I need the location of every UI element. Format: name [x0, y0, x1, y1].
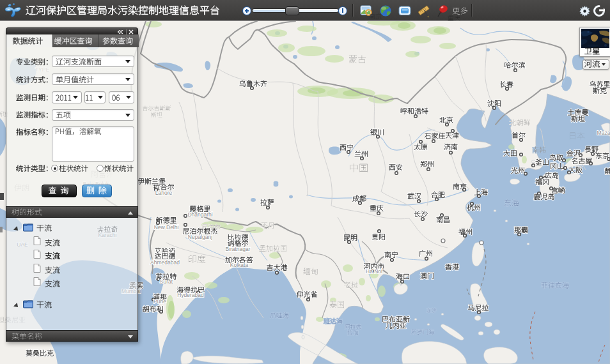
- svg-text:Lahore: Lahore: [155, 190, 173, 196]
- svg-text:New Delhi: New Delhi: [154, 224, 179, 231]
- svg-text:Ahmedabad: Ahmedabad: [150, 259, 180, 266]
- svg-text:Dhangarhi: Dhangarhi: [187, 211, 212, 218]
- svg-text:Kolkata: Kolkata: [230, 262, 249, 268]
- svg-text:Ha Noi: Ha Noi: [366, 268, 382, 275]
- svg-text:Maza: Maza: [597, 130, 610, 136]
- svg-text:Hyderabad: Hyderabad: [177, 292, 204, 298]
- svg-text:Surat: Surat: [160, 278, 173, 285]
- svg-text:Pune: Pune: [153, 298, 166, 305]
- svg-text:Biratnagar: Biratnagar: [225, 246, 250, 252]
- svg-text:Nepalganj: Nepalganj: [188, 234, 212, 240]
